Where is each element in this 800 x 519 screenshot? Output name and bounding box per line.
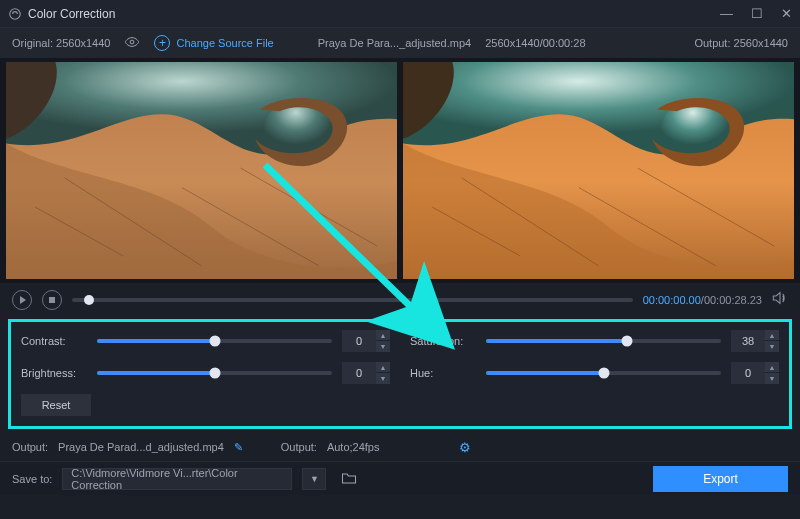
saturation-value: 38: [731, 335, 765, 347]
preview-area: [0, 58, 800, 283]
reset-button[interactable]: Reset: [21, 394, 91, 416]
saturation-value-box[interactable]: 38 ▲▼: [731, 330, 779, 352]
change-source-button[interactable]: + Change Source File: [154, 35, 273, 51]
hue-label: Hue:: [410, 367, 476, 379]
output-format-value: Auto;24fps: [327, 441, 380, 453]
titlebar: Color Correction — ☐ ✕: [0, 0, 800, 28]
output-row: Output: Praya De Parad...d_adjusted.mp4 …: [0, 433, 800, 461]
timeline-slider[interactable]: [72, 298, 633, 302]
timeline-knob[interactable]: [84, 295, 94, 305]
contrast-control: Contrast: 0 ▲▼: [21, 330, 390, 352]
rename-icon[interactable]: ✎: [234, 441, 243, 454]
info-bar: Original: 2560x1440 + Change Source File…: [0, 28, 800, 58]
brightness-control: Brightness: 0 ▲▼: [21, 362, 390, 384]
hue-slider[interactable]: [486, 371, 721, 375]
contrast-value: 0: [342, 335, 376, 347]
preview-original: [6, 62, 397, 279]
brightness-value-box[interactable]: 0 ▲▼: [342, 362, 390, 384]
minimize-button[interactable]: —: [720, 6, 733, 21]
brightness-step-down[interactable]: ▼: [376, 373, 390, 384]
stop-button[interactable]: [42, 290, 62, 310]
save-to-label: Save to:: [12, 473, 52, 485]
output-res-label: Output: 2560x1440: [694, 37, 788, 49]
change-source-label: Change Source File: [176, 37, 273, 49]
settings-icon[interactable]: ⚙: [459, 440, 471, 455]
hue-step-up[interactable]: ▲: [765, 362, 779, 373]
plus-icon: +: [154, 35, 170, 51]
hue-control: Hue: 0 ▲▼: [410, 362, 779, 384]
save-row: Save to: C:\Vidmore\Vidmore Vi...rter\Co…: [0, 461, 800, 495]
source-meta: 2560x1440/00:00:28: [485, 37, 585, 49]
contrast-step-up[interactable]: ▲: [376, 330, 390, 341]
save-path-dropdown[interactable]: ▼: [302, 468, 326, 490]
maximize-button[interactable]: ☐: [751, 6, 763, 21]
hue-step-down[interactable]: ▼: [765, 373, 779, 384]
contrast-label: Contrast:: [21, 335, 87, 347]
saturation-slider[interactable]: [486, 339, 721, 343]
contrast-step-down[interactable]: ▼: [376, 341, 390, 352]
app-icon: [8, 7, 22, 21]
hue-value: 0: [731, 367, 765, 379]
save-path-field[interactable]: C:\Vidmore\Vidmore Vi...rter\Color Corre…: [62, 468, 292, 490]
timecode: 00:00:00.00/00:00:28.23: [643, 294, 762, 306]
output-format-label: Output:: [281, 441, 317, 453]
hue-value-box[interactable]: 0 ▲▼: [731, 362, 779, 384]
svg-point-1: [131, 40, 135, 44]
brightness-label: Brightness:: [21, 367, 87, 379]
contrast-slider[interactable]: [97, 339, 332, 343]
app-logo: Color Correction: [8, 7, 115, 21]
play-button[interactable]: [12, 290, 32, 310]
app-title: Color Correction: [28, 7, 115, 21]
export-button[interactable]: Export: [653, 466, 788, 492]
transport-bar: 00:00:00.00/00:00:28.23: [0, 283, 800, 317]
svg-point-0: [10, 8, 21, 19]
original-label: Original: 2560x1440: [12, 37, 110, 49]
saturation-label: Saturation:: [410, 335, 476, 347]
output-file-name: Praya De Parad...d_adjusted.mp4: [58, 441, 224, 453]
saturation-control: Saturation: 38 ▲▼: [410, 330, 779, 352]
preview-output: [403, 62, 794, 279]
color-controls-panel: Contrast: 0 ▲▼ Saturation: 38 ▲▼ Brigh: [8, 319, 792, 429]
saturation-step-up[interactable]: ▲: [765, 330, 779, 341]
brightness-step-up[interactable]: ▲: [376, 362, 390, 373]
preview-toggle-icon[interactable]: [124, 37, 140, 49]
brightness-slider[interactable]: [97, 371, 332, 375]
contrast-value-box[interactable]: 0 ▲▼: [342, 330, 390, 352]
source-filename: Praya De Para..._adjusted.mp4: [318, 37, 471, 49]
output-file-label: Output:: [12, 441, 48, 453]
brightness-value: 0: [342, 367, 376, 379]
window-controls: — ☐ ✕: [720, 6, 792, 21]
open-folder-button[interactable]: [336, 468, 362, 490]
close-button[interactable]: ✕: [781, 6, 792, 21]
volume-icon[interactable]: [772, 291, 788, 309]
saturation-step-down[interactable]: ▼: [765, 341, 779, 352]
